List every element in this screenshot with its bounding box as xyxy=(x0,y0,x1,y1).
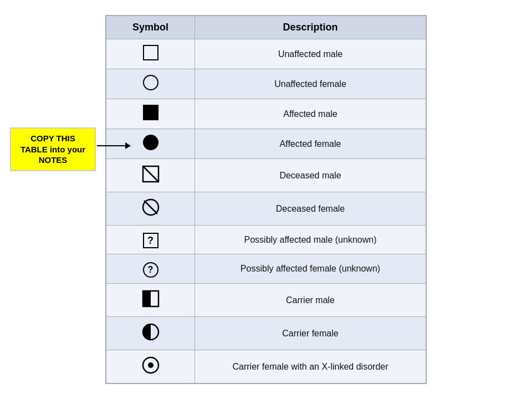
symbol-carrier-female xyxy=(141,323,160,341)
symbol-deceased-female xyxy=(141,198,160,217)
symbol-cell xyxy=(106,192,195,226)
description-cell: Affected male xyxy=(195,99,426,129)
symbol-cell xyxy=(106,39,195,69)
symbol-cell: ? xyxy=(106,254,195,284)
symbol-deceased-male xyxy=(141,165,160,183)
callout-arrow xyxy=(97,145,130,146)
symbol-table-container: Symbol Description Unaffected maleUnaffe… xyxy=(105,15,427,384)
table-body: Unaffected maleUnaffected femaleAffected… xyxy=(106,39,426,383)
table-row: Affected male xyxy=(106,99,426,129)
description-cell: Possibly affected female (unknown) xyxy=(195,254,426,284)
page-wrapper: COPY THIS TABLE into your NOTES Symbol D… xyxy=(0,0,532,399)
svg-line-3 xyxy=(144,201,157,214)
symbol-circle-open xyxy=(143,75,158,90)
table-row: Deceased male xyxy=(106,159,426,192)
description-cell: Unaffected male xyxy=(195,39,426,69)
symbol-circle-filled xyxy=(143,135,158,150)
callout-text: COPY THIS TABLE into your NOTES xyxy=(21,134,85,165)
symbol-square-open xyxy=(143,45,158,60)
table-row: Carrier female with an X-linked disorder xyxy=(106,350,426,383)
svg-rect-5 xyxy=(143,291,151,306)
table-row: Unaffected male xyxy=(106,39,426,69)
symbol-square-filled xyxy=(143,105,158,120)
symbol-cell xyxy=(106,99,195,129)
callout-box: COPY THIS TABLE into your NOTES xyxy=(10,127,96,171)
symbol-cell xyxy=(106,129,195,159)
table-row: Deceased female xyxy=(106,192,426,226)
description-cell: Carrier female with an X-linked disorder xyxy=(195,350,426,383)
col-desc-header: Description xyxy=(195,16,426,39)
symbol-cell: ? xyxy=(106,226,195,254)
symbol-cell xyxy=(106,69,195,99)
table-row: ?Possibly affected male (unknown) xyxy=(106,226,426,254)
symbol-cell xyxy=(106,159,195,192)
symbol-question-square: ? xyxy=(143,233,158,248)
table-header-row: Symbol Description xyxy=(106,16,426,39)
table-row: Carrier male xyxy=(106,284,426,317)
table-row: ?Possibly affected female (unknown) xyxy=(106,254,426,284)
col-symbol-header: Symbol xyxy=(106,16,195,39)
description-cell: Possibly affected male (unknown) xyxy=(195,226,426,254)
description-cell: Deceased male xyxy=(195,159,426,192)
symbol-cell xyxy=(106,284,195,317)
description-cell: Carrier male xyxy=(195,284,426,317)
symbol-carrier-female-x xyxy=(141,356,160,375)
symbol-carrier-male xyxy=(141,289,160,308)
table-row: Affected female xyxy=(106,129,426,159)
description-cell: Affected female xyxy=(195,129,426,159)
symbol-cell xyxy=(106,317,195,350)
svg-line-1 xyxy=(143,166,158,182)
symbol-cell xyxy=(106,350,195,383)
description-cell: Unaffected female xyxy=(195,69,426,99)
description-cell: Carrier female xyxy=(195,317,426,350)
symbol-question-circle: ? xyxy=(143,262,158,278)
table-row: Carrier female xyxy=(106,317,426,350)
symbol-table: Symbol Description Unaffected maleUnaffe… xyxy=(106,16,426,383)
arrow-line xyxy=(97,145,130,146)
table-row: Unaffected female xyxy=(106,69,426,99)
svg-point-8 xyxy=(148,362,154,368)
description-cell: Deceased female xyxy=(195,192,426,226)
